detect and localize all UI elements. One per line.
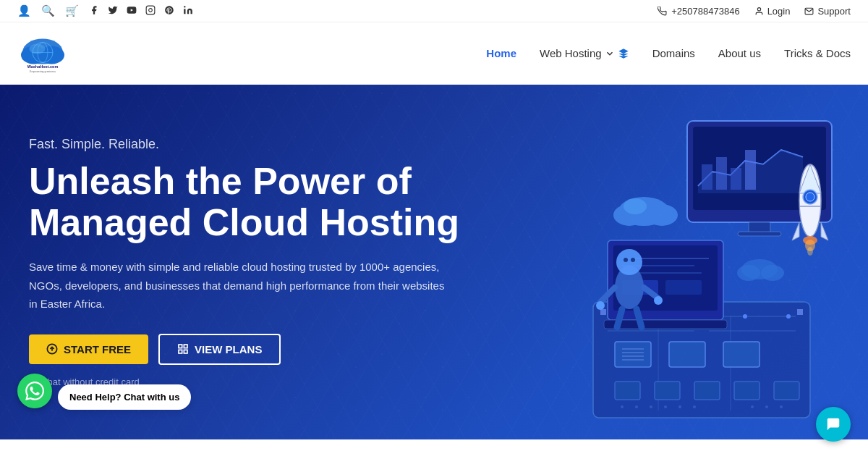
pinterest-icon[interactable]: [164, 5, 174, 17]
svg-point-48: [693, 405, 696, 408]
svg-point-77: [624, 258, 628, 262]
svg-rect-54: [702, 164, 712, 190]
svg-point-88: [624, 198, 647, 214]
hero-description: Save time & money with simple and reliab…: [29, 258, 448, 313]
search-icon[interactable]: 🔍: [41, 4, 55, 17]
svg-rect-31: [774, 382, 799, 400]
svg-point-82: [654, 296, 663, 305]
svg-rect-27: [615, 382, 640, 400]
hero-title-line2: Managed Cloud Hosting: [29, 201, 459, 243]
youtube-icon[interactable]: [127, 5, 137, 17]
svg-rect-41: [600, 309, 606, 315]
svg-rect-30: [734, 382, 760, 400]
bottom-teaser: Perfect Fit Hosting for Your Next Projec…: [0, 439, 868, 459]
svg-text:WashaHost.com: WashaHost.com: [27, 64, 59, 69]
svg-point-47: [678, 405, 681, 408]
svg-rect-14: [179, 345, 182, 348]
hero-title-line1: Unleash the Power of: [29, 160, 412, 202]
svg-point-3: [757, 7, 760, 10]
nav-links: Home Web Hosting Domains About us Tricks…: [486, 47, 851, 59]
svg-rect-24: [615, 342, 651, 367]
chat-help-text: Need Help?: [69, 392, 122, 403]
nav-webhosting[interactable]: Web Hosting: [540, 47, 629, 59]
instagram-icon[interactable]: [145, 5, 156, 17]
start-free-button[interactable]: START FREE: [29, 334, 148, 364]
svg-rect-16: [184, 350, 187, 354]
twitter-icon[interactable]: [108, 5, 118, 17]
svg-rect-26: [723, 342, 760, 367]
svg-rect-55: [716, 157, 727, 190]
svg-text:Empowering greatness: Empowering greatness: [30, 70, 56, 73]
logo[interactable]: WashaHost.com Empowering greatness: [17, 30, 68, 77]
linkedin-icon[interactable]: [183, 5, 193, 17]
svg-point-46: [664, 405, 667, 408]
nav-domains[interactable]: Domains: [652, 47, 695, 59]
support-link[interactable]: Support: [804, 6, 851, 17]
chat-bubble: Need Help? Chat with us: [58, 384, 191, 410]
svg-point-87: [646, 204, 678, 226]
svg-rect-15: [184, 345, 187, 348]
whatsapp-button[interactable]: [17, 374, 52, 408]
nav-home[interactable]: Home: [486, 47, 516, 59]
svg-rect-29: [694, 382, 720, 400]
chat-icon-button[interactable]: [816, 407, 851, 442]
svg-point-40: [786, 314, 791, 319]
svg-point-73: [807, 247, 813, 256]
navbar: WashaHost.com Empowering greatness Home …: [0, 22, 868, 85]
chat-action-text: Chat with us: [124, 392, 179, 403]
login-link[interactable]: Login: [754, 6, 791, 17]
svg-point-44: [635, 405, 638, 408]
top-bar-icons: 👤 🔍 🛒: [17, 4, 193, 17]
svg-point-43: [621, 405, 624, 408]
svg-point-49: [751, 405, 754, 408]
cart-icon[interactable]: 🛒: [65, 4, 79, 17]
hero-buttons: START FREE VIEW PLANS: [29, 334, 459, 365]
svg-rect-57: [745, 150, 756, 190]
svg-point-39: [743, 314, 747, 319]
hero-illustration: [550, 99, 854, 425]
svg-point-2: [184, 6, 185, 7]
phone-number[interactable]: +250788473846: [658, 6, 739, 17]
svg-rect-28: [655, 382, 680, 400]
hero-content: Fast. Simple. Reliable. Unleash the Powe…: [29, 137, 459, 387]
svg-rect-25: [669, 342, 705, 367]
hero-tagline: Fast. Simple. Reliable.: [29, 137, 459, 152]
svg-rect-67: [604, 320, 727, 329]
top-bar-right: +250788473846 Login Support: [658, 6, 851, 17]
view-plans-button[interactable]: VIEW PLANS: [158, 334, 281, 365]
svg-point-70: [806, 193, 814, 201]
logo-area[interactable]: WashaHost.com Empowering greatness: [17, 30, 68, 77]
svg-point-45: [650, 405, 652, 408]
svg-point-76: [616, 249, 642, 275]
svg-point-78: [631, 258, 635, 262]
svg-rect-66: [665, 280, 702, 295]
svg-rect-42: [797, 309, 803, 315]
svg-point-50: [765, 405, 768, 408]
top-bar: 👤 🔍 🛒 +2507884738: [0, 0, 868, 22]
facebook-icon[interactable]: [89, 5, 99, 17]
svg-rect-56: [731, 168, 741, 190]
svg-rect-0: [146, 6, 155, 14]
svg-point-51: [780, 405, 783, 408]
hero-title: Unleash the Power of Managed Cloud Hosti…: [29, 161, 459, 243]
svg-rect-59: [738, 232, 781, 236]
nav-about[interactable]: About us: [718, 47, 761, 59]
svg-point-90: [737, 265, 760, 281]
nav-tricks[interactable]: Tricks & Docs: [784, 47, 851, 59]
social-icons: [89, 5, 193, 17]
svg-point-91: [761, 265, 784, 281]
svg-rect-17: [179, 350, 182, 354]
account-icon[interactable]: 👤: [17, 4, 31, 17]
svg-point-81: [596, 301, 605, 310]
